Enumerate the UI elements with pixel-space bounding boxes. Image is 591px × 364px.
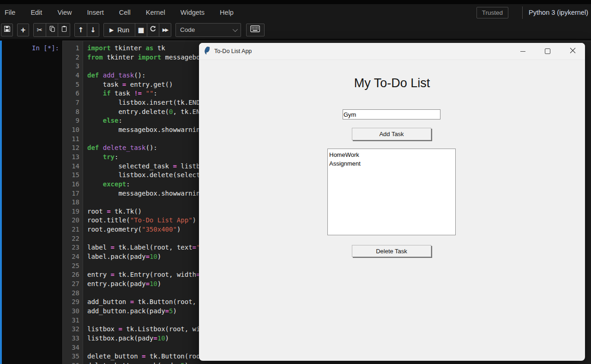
line-number: 32	[63, 325, 79, 334]
menu-widgets[interactable]: Widgets	[181, 9, 205, 16]
line-number: 5	[63, 80, 79, 90]
stop-icon: ■	[138, 26, 144, 34]
restart-run-all-button[interactable]: ▶▶	[159, 24, 171, 36]
edit-button-group: ✂	[33, 23, 70, 37]
todo-heading: My To-Do List	[199, 76, 585, 90]
maximize-icon	[545, 48, 550, 54]
close-button[interactable]	[560, 43, 585, 60]
menu-help[interactable]: Help	[220, 9, 234, 16]
line-number: 26	[63, 270, 79, 280]
insert-cell-below-button[interactable]: +	[17, 24, 29, 36]
interrupt-kernel-button[interactable]: ■	[135, 24, 147, 36]
task-entry[interactable]	[343, 109, 440, 119]
line-number: 21	[63, 225, 79, 234]
save-icon	[4, 25, 11, 34]
line-number: 18	[63, 198, 79, 207]
line-number: 25	[63, 262, 79, 271]
move-cell-up-button[interactable]: ↑	[75, 24, 87, 36]
line-number: 33	[63, 334, 79, 343]
line-number: 23	[63, 243, 79, 252]
plus-icon: +	[21, 26, 26, 34]
run-button[interactable]: ▶ Run	[104, 24, 135, 36]
cut-cells-button[interactable]: ✂	[34, 24, 46, 36]
menubar-divider	[522, 6, 523, 19]
close-icon	[570, 47, 576, 55]
minimize-icon	[520, 51, 525, 52]
paste-icon	[61, 25, 67, 34]
top-border	[0, 0, 591, 4]
keyboard-icon	[250, 25, 260, 34]
line-number: 1	[63, 44, 79, 53]
line-number: 7	[63, 98, 79, 107]
arrow-up-icon: ↑	[78, 26, 84, 34]
move-cell-down-button[interactable]: ↓	[87, 24, 99, 36]
line-number: 28	[63, 289, 79, 298]
line-number: 10	[63, 125, 79, 135]
window-controls	[510, 43, 585, 60]
line-number: 29	[63, 298, 79, 307]
window-titlebar[interactable]: To-Do List App	[199, 43, 585, 60]
menubar: FileEditViewInsertCellKernelWidgetsHelp …	[0, 4, 591, 21]
line-number: 14	[63, 162, 79, 171]
save-button[interactable]	[1, 24, 13, 36]
todo-app-window: To-Do List App My To-Do List Add Task Ho…	[199, 43, 585, 361]
run-label: Run	[117, 26, 129, 34]
cell-type-value: Code	[180, 26, 195, 33]
cell-type-select[interactable]: Code	[175, 23, 241, 37]
line-number: 30	[63, 307, 79, 316]
paste-cells-button[interactable]	[58, 24, 70, 36]
minimize-button[interactable]	[510, 43, 535, 60]
line-number: 27	[63, 280, 79, 289]
menu-insert[interactable]: Insert	[87, 9, 104, 16]
kernel-name[interactable]: Python 3 (ipykernel)	[529, 9, 588, 16]
menu-cell[interactable]: Cell	[119, 9, 131, 16]
tk-feather-icon	[204, 47, 210, 56]
line-number: 6	[63, 89, 79, 98]
menu-edit[interactable]: Edit	[30, 9, 42, 16]
copy-cells-button[interactable]	[46, 24, 58, 36]
copy-icon	[49, 25, 55, 34]
line-number: 34	[63, 343, 79, 352]
line-number: 4	[63, 71, 79, 80]
task-item[interactable]: HomeWork	[329, 150, 455, 159]
line-number: 15	[63, 171, 79, 180]
line-number: 19	[63, 207, 79, 216]
line-number: 22	[63, 234, 79, 244]
restart-icon	[150, 25, 157, 34]
line-number: 12	[63, 143, 79, 153]
play-icon: ▶	[109, 27, 114, 33]
line-number: 35	[63, 352, 79, 361]
maximize-button[interactable]	[535, 43, 560, 60]
line-number: 9	[63, 116, 79, 125]
line-number-gutter: 1234567891011121314151617181920212223242…	[63, 41, 83, 364]
delete-task-button[interactable]: Delete Task	[352, 245, 431, 257]
line-number: 16	[63, 180, 79, 189]
line-number: 24	[63, 252, 79, 262]
arrow-down-icon: ↓	[90, 26, 96, 34]
line-number: 20	[63, 216, 79, 225]
line-number: 17	[63, 189, 79, 198]
menu-kernel[interactable]: Kernel	[146, 9, 165, 16]
menu-list: FileEditViewInsertCellKernelWidgetsHelp	[5, 9, 234, 16]
command-palette-button[interactable]	[246, 24, 265, 36]
line-number: 13	[63, 153, 79, 162]
line-number: 11	[63, 135, 79, 144]
add-task-button[interactable]: Add Task	[352, 128, 431, 140]
trusted-badge: Trusted	[476, 7, 508, 18]
line-number: 8	[63, 107, 79, 117]
restart-kernel-button[interactable]	[147, 24, 159, 36]
cell-prompt: In [*]:	[2, 41, 62, 364]
line-number: 3	[63, 62, 79, 71]
toolbar: + ✂ ↑ ↓	[0, 21, 591, 39]
task-listbox[interactable]: HomeWorkAssignment	[327, 149, 456, 235]
code-line[interactable]: delete_button.pack(pady=5)	[87, 361, 591, 364]
window-title: To-Do List App	[214, 48, 252, 54]
line-number: 31	[63, 316, 79, 325]
menu-view[interactable]: View	[57, 9, 72, 16]
chevron-down-icon	[233, 26, 238, 31]
fast-forward-icon: ▶▶	[163, 27, 168, 32]
jupyter-notebook-app: FileEditViewInsertCellKernelWidgetsHelp …	[0, 0, 591, 364]
run-button-group: ▶ Run ■ ▶▶	[103, 23, 171, 37]
task-item[interactable]: Assignment	[329, 159, 455, 168]
menu-file[interactable]: File	[5, 9, 15, 16]
